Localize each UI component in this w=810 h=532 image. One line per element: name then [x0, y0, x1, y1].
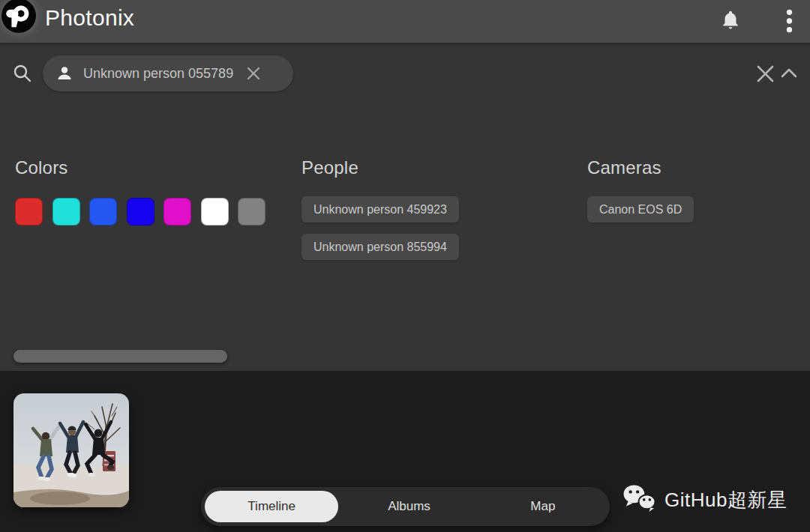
app-title: Photonix [45, 5, 134, 31]
photo-thumbnail[interactable] [14, 393, 129, 507]
people-tag[interactable]: Unknown person 855994 [302, 234, 459, 260]
search-filter-label: Unknown person 055789 [83, 66, 233, 82]
chevron-up-icon[interactable] [781, 67, 797, 79]
watermark-label: GitHub超新星 [664, 487, 787, 513]
color-swatch-row [15, 198, 266, 226]
watermark: GitHub超新星 [622, 482, 787, 518]
people-heading: People [302, 157, 459, 178]
color-swatch-blue[interactable] [89, 198, 117, 226]
tab-albums[interactable]: Albums [342, 487, 476, 526]
search-icon[interactable] [12, 63, 33, 84]
color-swatch-white[interactable] [201, 198, 229, 226]
colors-filter-section: Colors [15, 157, 266, 226]
color-swatch-red[interactable] [15, 198, 43, 226]
cameras-heading: Cameras [587, 157, 694, 178]
remove-filter-icon[interactable] [245, 65, 262, 82]
app-header: Photonix [0, 0, 810, 43]
active-search-filter-chip[interactable]: Unknown person 055789 [43, 55, 293, 91]
photo-grid-area: Timeline Albums Map GitHub超新星 [0, 371, 810, 532]
bottom-tabbar: Timeline Albums Map [201, 487, 610, 526]
notifications-bell-icon[interactable] [719, 7, 742, 35]
camera-tag[interactable]: Canon EOS 6D [587, 196, 694, 223]
wechat-icon [622, 483, 658, 516]
people-tag[interactable]: Unknown person 459923 [302, 196, 459, 223]
color-swatch-gray[interactable] [238, 198, 266, 226]
overflow-menu-icon[interactable] [782, 6, 796, 36]
tab-timeline[interactable]: Timeline [205, 491, 338, 522]
people-filter-section: People Unknown person 459923 Unknown per… [302, 157, 459, 260]
clear-search-icon[interactable] [756, 64, 775, 83]
tab-map[interactable]: Map [476, 487, 610, 526]
color-swatch-cyan[interactable] [52, 198, 80, 226]
person-icon [56, 65, 73, 82]
camera-tag-list: Canon EOS 6D [587, 196, 694, 223]
horizontal-scrollbar-thumb[interactable] [14, 350, 227, 363]
people-tag-list: Unknown person 459923 Unknown person 855… [302, 196, 459, 260]
color-swatch-magenta[interactable] [164, 198, 191, 226]
photo-image [14, 393, 129, 507]
photonix-logo-icon [2, 0, 36, 33]
cameras-filter-section: Cameras Canon EOS 6D [587, 157, 694, 223]
search-filter-panel: Unknown person 055789 Colors [0, 43, 810, 371]
color-swatch-dark-blue[interactable] [127, 198, 154, 226]
colors-heading: Colors [15, 157, 266, 178]
